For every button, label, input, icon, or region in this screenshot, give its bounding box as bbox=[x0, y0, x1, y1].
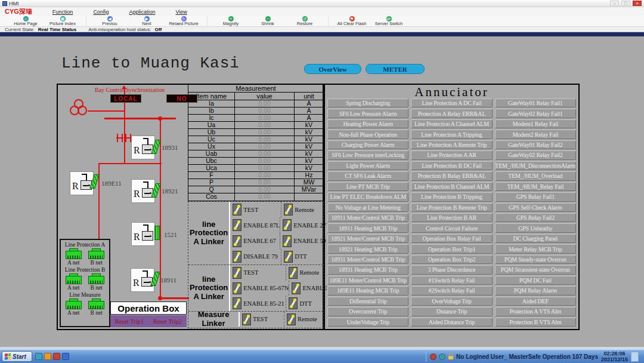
toolbar-button-next[interactable]: ▶Next bbox=[128, 16, 165, 26]
maximize-button[interactable]: □ bbox=[621, 1, 630, 6]
annunciator-tile[interactable]: GPS Relay Fail1 bbox=[495, 192, 576, 201]
toolbar-button-relaed-picture[interactable]: ↻Relaed Picture bbox=[165, 16, 202, 26]
menu-item-config[interactable]: Config bbox=[93, 9, 109, 15]
tray-icon-2[interactable] bbox=[439, 353, 445, 360]
linker-switch-icon[interactable] bbox=[292, 282, 301, 294]
annunciator-tile[interactable]: PQM Relay Alarm bbox=[495, 286, 576, 295]
linker-switch-icon[interactable] bbox=[284, 204, 293, 216]
linker-switch-icon[interactable] bbox=[233, 219, 242, 231]
annunciator-tile[interactable]: GPS Unheathy bbox=[495, 223, 576, 232]
quick-launch-icon-2[interactable] bbox=[44, 353, 51, 360]
annunciator-tile[interactable]: Aided DEF bbox=[495, 297, 576, 306]
annunciator-tile[interactable]: Line Protection A AR bbox=[411, 150, 492, 159]
annunciator-tile[interactable]: Heating Power Alarm bbox=[327, 119, 408, 128]
reset-button-reset-trip2[interactable]: Reset Trip2 bbox=[148, 315, 187, 327]
annunciator-tile[interactable]: Protection B VTS Alm bbox=[495, 318, 576, 327]
annunciator-tile[interactable]: Line PT ELEC Breakdown ALM bbox=[327, 192, 408, 201]
annunciator-tile[interactable]: GPS Self-Check Alarm bbox=[495, 203, 576, 212]
annunciator-tile[interactable]: Control Circuit Failure bbox=[411, 223, 492, 232]
linker-switch-icon[interactable] bbox=[289, 267, 298, 279]
annunciator-tile[interactable]: PQM Stransient-state Overrun bbox=[495, 265, 576, 274]
linker-switch-icon[interactable] bbox=[242, 313, 251, 325]
linker-switch-icon[interactable] bbox=[287, 313, 296, 325]
breaker-18911[interactable]: R bbox=[131, 268, 154, 292]
annunciator-tile[interactable]: SF6 Low Pressure interLocking bbox=[327, 150, 408, 159]
annunciator-tile[interactable]: GateWay01 Relay Fail2 bbox=[495, 140, 576, 149]
nav-button-overview[interactable]: OverView bbox=[304, 64, 361, 74]
annunciator-tile[interactable]: Line Protection A DC Fail bbox=[411, 99, 492, 107]
annunciator-tile[interactable]: Non-full Phase Operation bbox=[327, 130, 408, 139]
annunciator-tile[interactable]: Spring Discharging bbox=[327, 99, 408, 107]
quick-launch-icon-1[interactable] bbox=[35, 353, 42, 360]
quick-launch-icon-4[interactable] bbox=[62, 353, 69, 360]
annunciator-tile[interactable]: GateWay02 Relay Fail2 bbox=[495, 150, 576, 159]
linker-switch-icon[interactable] bbox=[289, 297, 298, 309]
toolbar-button-all-clear-flash[interactable]: ⚑All Clear Flash bbox=[333, 16, 370, 26]
quick-launch-icon-3[interactable] bbox=[53, 353, 60, 360]
annunciator-tile[interactable]: CT SF6 Leak Alarm bbox=[327, 171, 408, 180]
menu-item-application[interactable]: Application bbox=[129, 9, 155, 15]
annunciator-tile[interactable]: GateWay01 Relay Fail1 bbox=[495, 99, 576, 107]
annunciator-tile[interactable]: 18911 Moter/Control MCB Trip bbox=[327, 213, 408, 222]
annunciator-tile[interactable]: Modem2 Relay Fail bbox=[495, 130, 576, 139]
annunciator-tile[interactable]: Protection A Relay ERR&AL bbox=[411, 109, 492, 118]
annunciator-tile[interactable]: Line Protection B DC Fail bbox=[411, 161, 492, 170]
annunciator-tile[interactable]: Line Protection B Channel ALM bbox=[411, 182, 492, 191]
annunciator-tile[interactable]: 18911 Heating MCB Trip bbox=[327, 223, 408, 232]
breaker-18921[interactable]: R bbox=[131, 179, 155, 203]
annunciator-tile[interactable]: Line Protection A Tripping bbox=[411, 130, 492, 139]
tray-icon-1[interactable] bbox=[430, 353, 436, 360]
annunciator-tile[interactable]: TEM_/HUM_Relay Fail bbox=[495, 182, 576, 191]
toolbar-button-magnify[interactable]: +Magnify bbox=[212, 16, 249, 26]
annunciator-tile[interactable]: Meter Relay MCB Trip bbox=[495, 244, 576, 253]
annunciator-tile[interactable]: Line Protection B AR bbox=[411, 213, 492, 222]
annunciator-tile[interactable]: 189E11 Moter/Control MCB Trip bbox=[327, 276, 408, 285]
toolbar-button-restore[interactable]: ↺Restore bbox=[286, 16, 323, 26]
linker-switch-icon[interactable] bbox=[233, 297, 242, 309]
annunciator-tile[interactable]: Differential Trip bbox=[327, 297, 408, 306]
annunciator-tile[interactable]: GPS Relay Fail2 bbox=[495, 213, 576, 222]
annunciator-tile[interactable]: Charging Power Alarm bbox=[327, 140, 408, 149]
annunciator-tile[interactable]: TEM_/HUM_Overload bbox=[495, 171, 576, 180]
menu-item-view[interactable]: View bbox=[175, 9, 187, 15]
toolbar-button-previou[interactable]: ◀Previou bbox=[91, 16, 128, 26]
breaker-189e11[interactable]: R bbox=[70, 171, 94, 195]
annunciator-tile[interactable]: Line Protection A Channel ALM bbox=[411, 119, 492, 128]
annunciator-tile[interactable]: OverVoltage Trip bbox=[411, 297, 492, 306]
linker-switch-icon[interactable] bbox=[283, 235, 292, 247]
annunciator-tile[interactable]: Overcurrent Trip bbox=[327, 307, 408, 316]
annunciator-tile[interactable]: Distance Trip bbox=[411, 307, 492, 316]
annunciator-tile[interactable]: Modem1 Relay Fail bbox=[495, 119, 576, 128]
annunciator-tile[interactable]: 18921 Heating MCB Trip bbox=[327, 244, 408, 253]
reset-button-reset-trip1[interactable]: Reset Trip1 bbox=[110, 315, 148, 327]
annunciator-tile[interactable]: TEM_/HUM_DisconnectionAlarm bbox=[495, 161, 576, 170]
annunciator-tile[interactable]: #2Switch Relay Fail bbox=[411, 286, 492, 295]
annunciator-tile[interactable]: GateWay02 Relay Fail1 bbox=[495, 109, 576, 118]
linker-switch-icon[interactable] bbox=[233, 267, 242, 279]
annunciator-tile[interactable]: Line Protection B Remote Trip bbox=[411, 203, 492, 212]
toolbar-button-shrink[interactable]: −Shrink bbox=[249, 16, 286, 26]
toolbar-button-server-switch[interactable]: ⇄Server Switch bbox=[370, 16, 407, 26]
start-button[interactable]: Start bbox=[2, 351, 32, 362]
annunciator-tile[interactable]: Line PT MCB Trip bbox=[327, 182, 408, 191]
linker-switch-icon[interactable] bbox=[233, 204, 242, 216]
annunciator-tile[interactable]: #1Switch Relay Fail bbox=[411, 276, 492, 285]
minimize-button[interactable]: – bbox=[610, 1, 619, 6]
annunciator-tile[interactable]: Line Protection B Tripping bbox=[411, 192, 492, 201]
annunciator-tile[interactable]: No Voltage at Line Metering bbox=[327, 203, 408, 212]
annunciator-tile[interactable]: Line Protection A Remote Trip bbox=[411, 140, 492, 149]
annunciator-tile[interactable]: DC Charging Panel bbox=[495, 234, 576, 243]
annunciator-tile[interactable]: Aided Distance Trip bbox=[411, 318, 492, 327]
linker-switch-icon[interactable] bbox=[233, 251, 242, 263]
linker-switch-icon[interactable] bbox=[233, 235, 242, 247]
toolbar-button-home-page[interactable]: ⌂Home Page bbox=[7, 16, 44, 26]
show-desktop-button[interactable] bbox=[631, 352, 639, 362]
annunciator-tile[interactable]: 189E11 Heating MCB Trip bbox=[327, 286, 408, 295]
menu-item-function[interactable]: Function bbox=[52, 9, 73, 15]
annunciator-tile[interactable]: 18931 Heating MCB Trip bbox=[327, 265, 408, 274]
annunciator-tile[interactable]: PQM DC Fail bbox=[495, 276, 576, 285]
annunciator-tile[interactable]: Operation Box Trip1 bbox=[411, 244, 492, 253]
annunciator-tile[interactable]: 18921 Moter/Control MCB Trip bbox=[327, 234, 408, 243]
linker-switch-icon[interactable] bbox=[233, 282, 242, 294]
annunciator-tile[interactable]: 3 Phase Discordance bbox=[411, 265, 492, 274]
